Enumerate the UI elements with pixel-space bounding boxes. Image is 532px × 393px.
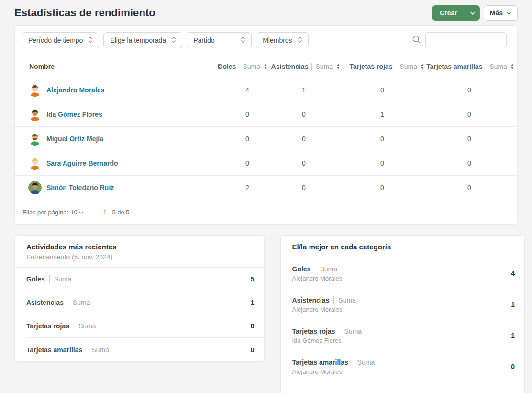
member-link[interactable]: Ida Gómez Flores xyxy=(46,111,102,118)
aggregation-label: Suma xyxy=(357,359,375,366)
page-header: Estadísticas de rendimiento Crear Más xyxy=(0,0,532,25)
column-header-red-cards-label: Tarjetas rojas xyxy=(349,63,392,70)
members-filter[interactable]: Miembros xyxy=(256,32,308,48)
best-row-goals: Goles Suma Alejandro Morales 4 xyxy=(292,258,525,289)
chevron-down-icon xyxy=(506,9,511,17)
divider xyxy=(49,275,50,283)
filter-bar: Período de tiempo Elige la temporada Par… xyxy=(15,26,517,55)
aggregation-label: Suma xyxy=(315,63,333,70)
sort-icon xyxy=(510,64,514,69)
match-filter-label: Partido xyxy=(193,36,214,44)
bottom-section: Actividades más recientes Entrenamiento … xyxy=(14,235,525,393)
aggregation-label: Suma xyxy=(78,322,96,330)
column-header-name[interactable]: Nombre xyxy=(15,63,227,70)
stat-value: 1 xyxy=(511,301,515,308)
stat-label: Tarjetas rojas xyxy=(292,327,335,335)
aggregation-label: Suma xyxy=(338,296,356,304)
divider xyxy=(333,296,334,304)
sort-icon xyxy=(336,64,340,69)
aggregation-label: Suma xyxy=(320,265,337,273)
table-row: Ida Gómez Flores 0 0 1 0 xyxy=(15,102,517,127)
time-period-filter-label: Período de tiempo xyxy=(28,36,83,44)
chevron-down-icon xyxy=(79,209,83,216)
goals-value: 0 xyxy=(227,111,267,118)
select-chevrons-icon xyxy=(171,36,177,45)
avatar xyxy=(28,83,42,97)
select-chevrons-icon xyxy=(240,36,246,45)
goals-value: 0 xyxy=(227,135,267,143)
member-link[interactable]: Simón Toledano Ruiz xyxy=(46,184,114,191)
recent-activities-subtitle: Entrenamiento (5. nov. 2024) xyxy=(26,253,253,261)
stat-label: Tarjetas rojas xyxy=(26,322,69,330)
stat-value: 5 xyxy=(251,275,255,283)
stat-label: Tarjetas amarillas xyxy=(292,359,348,366)
red-cards-value: 1 xyxy=(340,111,424,118)
member-link[interactable]: Miguel Ortiz Mejía xyxy=(46,135,103,143)
create-button[interactable]: Crear xyxy=(432,5,465,21)
stat-label: Tarjetas amarillas xyxy=(26,346,82,354)
search-icon xyxy=(412,35,421,45)
page-range: 1 - 5 de 5 xyxy=(103,209,130,216)
column-header-yellow-cards-label: Tarjetas amarillas xyxy=(426,63,482,70)
recent-activities-header: Actividades más recientes Entrenamiento … xyxy=(15,236,264,268)
column-header-red-cards[interactable]: Tarjetas rojas Suma xyxy=(340,63,424,70)
rows-per-page-select[interactable]: 10 xyxy=(68,209,83,216)
divider xyxy=(74,322,74,330)
red-cards-value: 0 xyxy=(340,159,424,167)
stat-row-assists: Asistencias Suma 1 xyxy=(26,291,264,314)
table-header: Nombre Goles Suma Asistencias Suma xyxy=(15,55,517,78)
season-filter-label: Elige la temporada xyxy=(110,36,166,44)
stat-value: 0 xyxy=(251,322,255,330)
member-link[interactable]: Alejandro Morales xyxy=(46,86,104,94)
best-person: Alejandro Morales xyxy=(292,306,356,313)
stat-value: 1 xyxy=(511,332,515,339)
stat-label: Goles xyxy=(292,265,311,273)
column-header-assists[interactable]: Asistencias Suma xyxy=(267,63,340,70)
table-row: Miguel Ortiz Mejía 0 0 0 0 xyxy=(15,127,517,151)
best-person: Alejandro Morales xyxy=(292,368,375,375)
table-row: Alejandro Morales 4 1 0 0 xyxy=(15,78,517,102)
stat-row-yellow-cards: Tarjetas amarillas Suma 0 xyxy=(26,338,264,361)
best-row-yellow-cards: Tarjetas amarillas Suma Alejandro Morale… xyxy=(292,351,525,382)
assists-value: 0 xyxy=(267,135,340,143)
chevron-down-icon xyxy=(470,10,476,17)
page-title: Estadísticas de rendimiento xyxy=(14,7,155,19)
stat-row-red-cards: Tarjetas rojas Suma 0 xyxy=(26,314,264,338)
search-input[interactable] xyxy=(425,32,507,48)
create-split-button: Crear xyxy=(432,5,480,21)
yellow-cards-value: 0 xyxy=(424,184,514,191)
yellow-cards-value: 0 xyxy=(424,159,514,167)
best-per-category-card: El/la mejor en cada categoría Goles Suma… xyxy=(280,235,525,393)
match-filter[interactable]: Partido xyxy=(187,32,252,48)
goals-value: 0 xyxy=(227,159,267,167)
rows-per-page-label: Filas por página: xyxy=(22,209,68,216)
create-dropdown-button[interactable] xyxy=(465,5,480,21)
season-filter[interactable]: Elige la temporada xyxy=(103,32,182,48)
more-button-label: Más xyxy=(490,9,503,17)
best-person: Ida Gómez Flores xyxy=(292,337,362,344)
aggregation-label: Suma xyxy=(73,299,90,306)
stat-label: Asistencias xyxy=(26,299,64,306)
time-period-filter[interactable]: Período de tiempo xyxy=(22,32,99,48)
more-button[interactable]: Más xyxy=(484,5,518,21)
avatar xyxy=(28,108,42,121)
yellow-cards-value: 0 xyxy=(424,135,514,143)
table-row: Simón Toledano Ruiz 2 0 0 0 xyxy=(15,176,517,200)
red-cards-value: 0 xyxy=(340,86,424,94)
red-cards-value: 0 xyxy=(340,184,424,191)
column-header-goals[interactable]: Goles Suma xyxy=(227,63,267,70)
divider xyxy=(340,327,340,335)
aggregation-label: Suma xyxy=(54,275,72,283)
aggregation-label: Suma xyxy=(91,346,109,354)
stat-label: Asistencias xyxy=(292,296,330,304)
best-per-category-title: El/la mejor en cada categoría xyxy=(292,243,513,251)
goals-value: 4 xyxy=(227,86,267,94)
best-row-red-cards: Tarjetas rojas Suma Ida Gómez Flores 1 xyxy=(292,320,525,351)
column-header-yellow-cards[interactable]: Tarjetas amarillas Suma xyxy=(424,63,514,70)
stat-value: 4 xyxy=(511,269,515,277)
goals-value: 2 xyxy=(227,184,267,191)
divider xyxy=(315,265,315,273)
header-actions: Crear Más xyxy=(432,5,518,21)
member-link[interactable]: Sara Aguirre Bernardo xyxy=(46,159,118,167)
assists-value: 0 xyxy=(267,111,340,118)
